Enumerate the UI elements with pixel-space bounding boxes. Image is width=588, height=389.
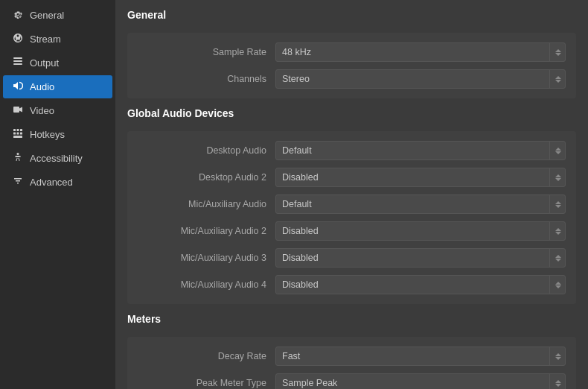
sidebar-item-advanced[interactable]: Advanced bbox=[3, 171, 112, 194]
section-body-general: Sample Rate44.1 kHz48 kHzChannelsMonoSte… bbox=[127, 33, 576, 98]
form-control-global-audio-devices-5: DefaultDisabled bbox=[275, 275, 566, 294]
form-row-meters-0: Decay RateFastMediumSlow bbox=[127, 343, 576, 370]
select-general-1[interactable]: MonoStereo2.14.04.15.17.1 bbox=[275, 69, 566, 89]
select-general-0[interactable]: 44.1 kHz48 kHz bbox=[275, 42, 566, 62]
sidebar-item-label-advanced: Advanced bbox=[30, 177, 73, 188]
select-meters-1[interactable]: Sample PeakTrue Peak bbox=[275, 373, 566, 389]
form-label-meters-1: Peak Meter Type bbox=[138, 378, 275, 388]
form-row-global-audio-devices-1: Desktop Audio 2DefaultDisabled bbox=[127, 164, 576, 191]
select-global-audio-devices-2[interactable]: DefaultDisabled bbox=[275, 194, 566, 214]
svg-rect-10 bbox=[13, 136, 22, 138]
svg-rect-8 bbox=[17, 133, 19, 135]
form-control-global-audio-devices-2: DefaultDisabled bbox=[275, 194, 566, 214]
sidebar-item-label-accessibility: Accessibility bbox=[30, 153, 83, 164]
sidebar-item-video[interactable]: Video bbox=[3, 99, 112, 122]
form-label-general-0: Sample Rate bbox=[138, 47, 275, 57]
form-control-general-0: 44.1 kHz48 kHz bbox=[275, 42, 566, 62]
form-label-global-audio-devices-3: Mic/Auxiliary Audio 2 bbox=[138, 226, 275, 236]
svg-rect-9 bbox=[20, 133, 22, 135]
section-body-meters: Decay RateFastMediumSlowPeak Meter TypeS… bbox=[127, 337, 576, 389]
svg-rect-6 bbox=[20, 129, 22, 131]
section-title-general: General bbox=[127, 9, 576, 25]
form-label-meters-0: Decay Rate bbox=[138, 351, 275, 361]
sidebar-item-label-output: Output bbox=[30, 57, 59, 69]
select-global-audio-devices-1[interactable]: DefaultDisabled bbox=[275, 168, 566, 187]
select-global-audio-devices-0[interactable]: DefaultDisabled bbox=[275, 141, 566, 160]
svg-rect-2 bbox=[13, 57, 22, 59]
form-control-global-audio-devices-3: DefaultDisabled bbox=[275, 221, 566, 241]
main-content: GeneralSample Rate44.1 kHz48 kHzChannels… bbox=[115, 0, 588, 389]
section-body-global-audio-devices: Desktop AudioDefaultDisabledDesktop Audi… bbox=[127, 131, 576, 304]
form-label-global-audio-devices-5: Mic/Auxiliary Audio 4 bbox=[138, 279, 275, 290]
form-label-global-audio-devices-1: Desktop Audio 2 bbox=[138, 172, 275, 183]
section-general: GeneralSample Rate44.1 kHz48 kHzChannels… bbox=[127, 9, 576, 98]
form-row-global-audio-devices-3: Mic/Auxiliary Audio 2DefaultDisabled bbox=[127, 218, 576, 244]
select-global-audio-devices-5[interactable]: DefaultDisabled bbox=[275, 275, 566, 294]
svg-rect-1 bbox=[13, 60, 22, 62]
form-row-global-audio-devices-0: Desktop AudioDefaultDisabled bbox=[127, 137, 576, 164]
svg-point-11 bbox=[17, 153, 19, 155]
form-label-global-audio-devices-4: Mic/Auxiliary Audio 3 bbox=[138, 253, 275, 263]
video-icon bbox=[12, 104, 24, 117]
form-row-global-audio-devices-2: Mic/Auxiliary AudioDefaultDisabled bbox=[127, 191, 576, 218]
svg-rect-3 bbox=[13, 107, 19, 113]
svg-rect-0 bbox=[13, 63, 22, 65]
svg-rect-7 bbox=[13, 133, 16, 135]
form-control-global-audio-devices-1: DefaultDisabled bbox=[275, 168, 566, 187]
form-control-meters-1: Sample PeakTrue Peak bbox=[275, 373, 566, 389]
sidebar-item-label-audio: Audio bbox=[30, 81, 54, 92]
hotkeys-icon bbox=[12, 128, 24, 141]
select-meters-0[interactable]: FastMediumSlow bbox=[275, 347, 566, 366]
sidebar-item-stream[interactable]: Stream bbox=[3, 28, 112, 51]
advanced-icon bbox=[12, 176, 24, 189]
sidebar-item-label-stream: Stream bbox=[30, 34, 61, 45]
general-icon bbox=[12, 9, 24, 22]
sidebar-item-hotkeys[interactable]: Hotkeys bbox=[3, 123, 112, 146]
sidebar-item-audio[interactable]: Audio bbox=[3, 75, 112, 98]
svg-rect-5 bbox=[17, 129, 19, 131]
section-global-audio-devices: Global Audio DevicesDesktop AudioDefault… bbox=[127, 107, 576, 304]
audio-icon bbox=[12, 80, 24, 93]
form-row-meters-1: Peak Meter TypeSample PeakTrue Peak bbox=[127, 370, 576, 389]
form-row-global-audio-devices-4: Mic/Auxiliary Audio 3DefaultDisabled bbox=[127, 244, 576, 271]
section-title-meters: Meters bbox=[127, 313, 576, 329]
sidebar-item-label-hotkeys: Hotkeys bbox=[30, 129, 65, 140]
output-icon bbox=[12, 57, 24, 69]
form-label-global-audio-devices-2: Mic/Auxiliary Audio bbox=[138, 199, 275, 209]
section-meters: MetersDecay RateFastMediumSlowPeak Meter… bbox=[127, 313, 576, 389]
sidebar-item-general[interactable]: General bbox=[3, 4, 112, 27]
form-row-general-1: ChannelsMonoStereo2.14.04.15.17.1 bbox=[127, 66, 576, 92]
stream-icon bbox=[12, 33, 24, 45]
section-title-global-audio-devices: Global Audio Devices bbox=[127, 107, 576, 124]
sidebar-item-label-video: Video bbox=[30, 105, 54, 116]
form-label-global-audio-devices-0: Desktop Audio bbox=[138, 145, 275, 156]
sidebar-item-accessibility[interactable]: Accessibility bbox=[3, 147, 112, 170]
form-control-global-audio-devices-4: DefaultDisabled bbox=[275, 248, 566, 268]
form-row-global-audio-devices-5: Mic/Auxiliary Audio 4DefaultDisabled bbox=[127, 271, 576, 298]
svg-rect-4 bbox=[13, 129, 16, 131]
form-label-general-1: Channels bbox=[138, 74, 275, 84]
form-control-meters-0: FastMediumSlow bbox=[275, 347, 566, 366]
sidebar-item-label-general: General bbox=[30, 10, 64, 21]
form-control-general-1: MonoStereo2.14.04.15.17.1 bbox=[275, 69, 566, 89]
select-global-audio-devices-4[interactable]: DefaultDisabled bbox=[275, 248, 566, 268]
form-row-general-0: Sample Rate44.1 kHz48 kHz bbox=[127, 39, 576, 66]
form-control-global-audio-devices-0: DefaultDisabled bbox=[275, 141, 566, 160]
accessibility-icon bbox=[12, 152, 24, 165]
select-global-audio-devices-3[interactable]: DefaultDisabled bbox=[275, 221, 566, 241]
sidebar-item-output[interactable]: Output bbox=[3, 51, 112, 75]
sidebar: GeneralStreamOutputAudioVideoHotkeysAcce… bbox=[0, 0, 115, 389]
